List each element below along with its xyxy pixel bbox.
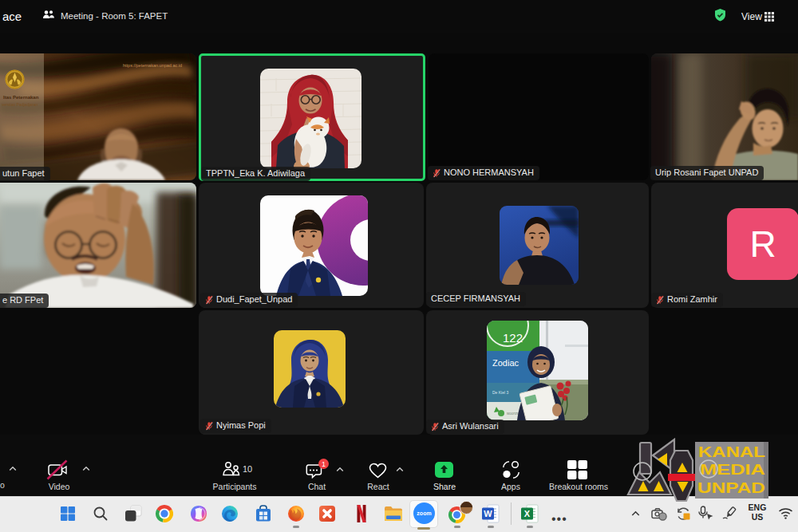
svg-text:De Kiel 3: De Kiel 3 [492, 390, 509, 395]
svg-text:Zodiac: Zodiac [492, 358, 519, 368]
svg-text:https://peternakan.unpad.ac.id: https://peternakan.unpad.ac.id [123, 63, 182, 68]
svg-text:122: 122 [503, 331, 523, 345]
svg-text:versitas Padjadjaran: versitas Padjadjaran [2, 102, 38, 107]
svg-text:MEDIA: MEDIA [700, 461, 765, 478]
svg-text:UNPAD: UNPAD [697, 479, 765, 496]
svg-text:KANAL: KANAL [698, 443, 765, 460]
svg-text:ltas Peternakan: ltas Peternakan [3, 95, 39, 100]
svg-text:W: W [484, 509, 492, 518]
svg-text:X: X [524, 509, 531, 518]
